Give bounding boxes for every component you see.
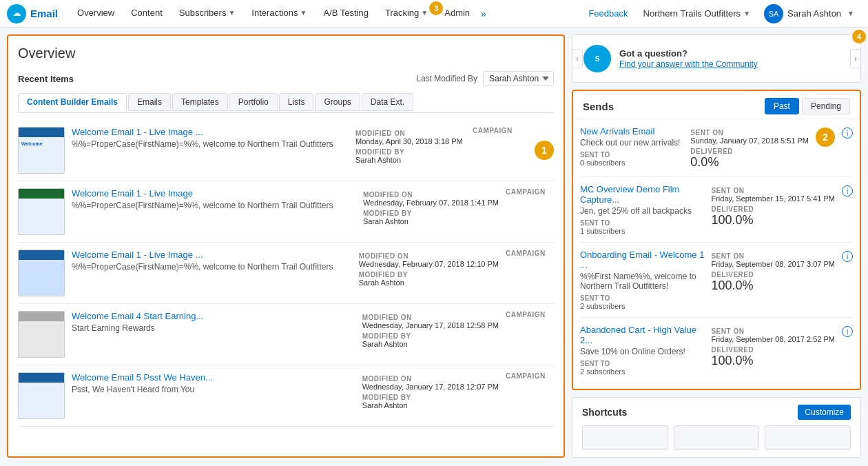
info-icon[interactable]: i [842, 128, 853, 139]
nav-bar: ☁ Email Overview Content Subscribers ▼ I… [0, 0, 868, 28]
send-content: Abandoned Cart - High Value 2... Save 10… [580, 325, 704, 376]
email-title[interactable]: Welcome Email 1 - Live Image [72, 188, 356, 199]
tab-lists[interactable]: Lists [279, 93, 314, 111]
page-title: Overview [18, 45, 554, 61]
nav-logo[interactable]: ☁ Email [7, 4, 58, 23]
email-campaign: CAMPAIGN [473, 127, 521, 134]
email-thumbnail [18, 188, 65, 235]
send-meta: SENT ON Friday, September 08, 2017 2:52 … [711, 325, 835, 368]
community-link[interactable]: Find your answer with the Community [619, 59, 758, 69]
subscribers-arrow-icon: ▼ [228, 9, 235, 17]
email-content: Welcome Email 4 Start Earning... Start E… [72, 311, 355, 334]
question-text: Got a question? Find your answer with th… [619, 48, 758, 69]
shortcut-item[interactable] [765, 425, 851, 450]
info-icon[interactable]: i [842, 326, 853, 337]
question-nav-right[interactable]: › [850, 49, 861, 68]
list-item: Welcome Email 1 - Live Image ... %%=Prop… [18, 243, 554, 304]
tab-templates[interactable]: Templates [172, 93, 228, 111]
email-meta: MODIFIED ON Monday, April 30, 2018 3:18 … [355, 127, 466, 164]
email-title[interactable]: Welcome Email 5 Psst We Haven... [72, 372, 355, 383]
tab-emails[interactable]: Emails [128, 93, 171, 111]
left-panel: Overview Recent Items Last Modified By S… [7, 34, 565, 458]
badge-4: 4 [852, 30, 866, 43]
send-meta: SENT ON Friday, September 08, 2017 3:07 … [711, 250, 835, 293]
info-icon[interactable]: i [842, 251, 853, 262]
modified-by-select[interactable]: Sarah Ashton [483, 71, 554, 86]
list-item: Welcome Email 5 Psst We Haven... Psst, W… [18, 365, 554, 427]
info-icon[interactable]: i [842, 185, 853, 196]
tab-groups[interactable]: Groups [315, 93, 360, 111]
recent-label: Recent Items [18, 74, 74, 84]
email-campaign: CAMPAIGN [506, 311, 554, 318]
sends-title: Sends [583, 101, 614, 112]
send-content: Onboarding Email - Welcome 1 ... %%First… [580, 250, 704, 310]
badge-2: 2 [816, 128, 835, 147]
sends-box: Sends Past Pending New Arrivals Email Ch… [572, 90, 861, 390]
email-list: Welcome Email 1 - Live Image ... %%=Prop… [18, 120, 554, 447]
list-item: Onboarding Email - Welcome 1 ... %%First… [580, 243, 853, 318]
email-content: Welcome Email 1 - Live Image ... %%=Prop… [72, 127, 349, 150]
avatar: SA [764, 4, 783, 23]
send-sent-to: SENT TO 2 subscribers [580, 359, 704, 376]
question-box: ‹ S Got a question? Find your answer wit… [572, 34, 861, 83]
nav-item-tracking-wrap: Tracking ▼ 3 [377, 0, 436, 28]
send-desc: %%First Name%%, welcome to Northern Trai… [580, 272, 704, 291]
main-container: Overview Recent Items Last Modified By S… [0, 28, 868, 465]
modified-by-section: Last Modified By Sarah Ashton [416, 71, 554, 86]
shortcut-item[interactable] [582, 425, 668, 450]
shortcut-item[interactable] [674, 425, 760, 450]
list-item: Abandoned Cart - High Value 2... Save 10… [580, 318, 853, 383]
nav-item-admin[interactable]: Admin [436, 0, 478, 28]
tab-bar: Content Builder Emails Emails Templates … [18, 93, 554, 113]
nav-feedback[interactable]: Feedback [580, 0, 636, 28]
send-title[interactable]: MC Overview Demo Film Capture... [580, 184, 704, 205]
email-title[interactable]: Welcome Email 1 - Live Image ... [72, 127, 349, 137]
send-title[interactable]: New Arrivals Email [580, 126, 683, 136]
tab-content-builder[interactable]: Content Builder Emails [18, 93, 127, 112]
email-content: Welcome Email 1 - Live Image %%=ProperCa… [72, 188, 356, 212]
email-thumbnail [18, 250, 65, 296]
customize-button[interactable]: Customize [798, 405, 851, 420]
send-desc: Save 10% on Online Orders! [580, 347, 704, 356]
email-title[interactable]: Welcome Email 4 Start Earning... [72, 311, 355, 321]
nav-item-overview[interactable]: Overview [69, 0, 123, 28]
nav-org[interactable]: Northern Trails Outfitters ▼ [637, 0, 758, 28]
tab-portfolio[interactable]: Portfolio [229, 93, 278, 111]
send-title[interactable]: Onboarding Email - Welcome 1 ... [580, 250, 704, 270]
send-sent-to: SENT TO 2 subscribers [580, 294, 704, 310]
shortcuts-header: Shortcuts Customize [582, 405, 851, 420]
cloud-icon: ☁ [7, 4, 26, 23]
sends-tabs: Past Pending [765, 98, 850, 114]
email-desc: %%=ProperCase(FirstName)=%%, welcome to … [72, 261, 352, 273]
sends-tab-past[interactable]: Past [765, 98, 799, 114]
nav-item-subscribers[interactable]: Subscribers ▼ [171, 0, 244, 28]
email-content: Welcome Email 5 Psst We Haven... Psst, W… [72, 372, 355, 396]
email-title[interactable]: Welcome Email 1 - Live Image ... [72, 250, 352, 260]
email-desc: %%=ProperCase(FirstName)=%%, welcome to … [72, 139, 349, 150]
question-title: Got a question? [619, 48, 758, 59]
question-nav-left[interactable]: ‹ [572, 49, 583, 68]
user-arrow-icon: ▼ [847, 10, 854, 17]
sends-tab-pending[interactable]: Pending [802, 98, 850, 114]
tab-data-ext[interactable]: Data Ext. [362, 93, 413, 111]
email-campaign: CAMPAIGN [506, 250, 554, 257]
tracking-badge: 3 [429, 1, 443, 15]
recent-header: Recent Items Last Modified By Sarah Asht… [18, 71, 554, 86]
nav-user[interactable]: SA Sarah Ashton ▼ [757, 4, 861, 23]
send-content: MC Overview Demo Film Capture... Jen, ge… [580, 184, 704, 235]
email-meta: MODIFIED ON Wednesday, January 17, 2018 … [362, 311, 499, 348]
send-title[interactable]: Abandoned Cart - High Value 2... [580, 325, 704, 345]
send-meta: SENT ON Friday, September 15, 2017 5:41 … [711, 184, 835, 227]
email-campaign: CAMPAIGN [506, 188, 554, 196]
nav-logo-label: Email [30, 8, 58, 19]
send-desc: Jen, get 25% off all backpacks [580, 206, 704, 216]
nav-item-interactions[interactable]: Interactions ▼ [243, 0, 315, 28]
email-meta: MODIFIED ON Wednesday, February 07, 2018… [363, 188, 499, 225]
badge-1: 1 [535, 141, 554, 160]
email-campaign: CAMPAIGN [506, 372, 554, 380]
more-icon[interactable]: » [478, 8, 489, 19]
nav-item-tracking[interactable]: Tracking ▼ [377, 0, 436, 28]
nav-item-content[interactable]: Content [123, 0, 171, 28]
nav-item-abtesting[interactable]: A/B Testing [315, 0, 377, 28]
list-item: MC Overview Demo Film Capture... Jen, ge… [580, 177, 853, 243]
